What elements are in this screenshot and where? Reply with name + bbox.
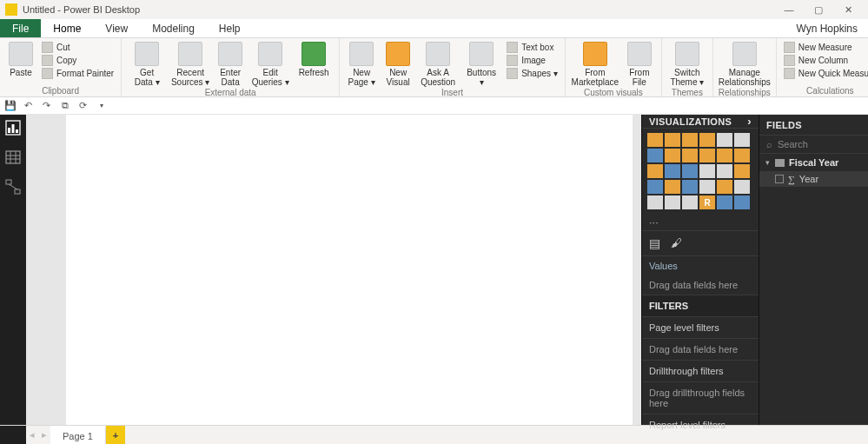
- new-column-button[interactable]: New Column: [780, 54, 868, 67]
- image-button[interactable]: Image: [503, 54, 561, 67]
- viz-stacked-area[interactable]: [682, 149, 698, 162]
- viz-donut[interactable]: [699, 164, 715, 178]
- viz-table[interactable]: [665, 195, 680, 209]
- field-year[interactable]: ∑ Year: [759, 171, 868, 187]
- shapes-button[interactable]: Shapes ▾: [503, 67, 561, 80]
- viz-arcgis[interactable]: [734, 195, 750, 209]
- viz-100-bar[interactable]: [717, 133, 732, 147]
- viz-filled-map[interactable]: [647, 180, 663, 194]
- viz-pie[interactable]: [682, 164, 698, 178]
- fields-title: FIELDS: [766, 120, 802, 130]
- report-view-icon[interactable]: [5, 120, 21, 136]
- viz-multi-card[interactable]: [717, 180, 732, 194]
- viz-more-button[interactable]: ···: [642, 214, 759, 230]
- from-file-icon: [627, 42, 652, 66]
- enter-data-button[interactable]: Enter Data: [212, 40, 248, 87]
- viz-line-stacked-column[interactable]: [699, 149, 715, 162]
- from-marketplace-button[interactable]: From Marketplace: [569, 40, 621, 87]
- paste-button[interactable]: Paste: [3, 40, 38, 77]
- recent-sources-button[interactable]: Recent Sources ▾: [169, 40, 212, 87]
- file-tab[interactable]: File: [0, 19, 41, 37]
- new-visual-button[interactable]: New Visual: [380, 40, 416, 87]
- modeling-tab[interactable]: Modeling: [140, 19, 207, 37]
- format-painter-button[interactable]: Format Painter: [38, 67, 117, 80]
- cut-button[interactable]: Cut: [38, 41, 117, 54]
- viz-ribbon[interactable]: [734, 149, 750, 162]
- viz-waterfall[interactable]: [647, 164, 663, 178]
- buttons-button[interactable]: Buttons ▾: [460, 40, 503, 87]
- qat-undo-icon[interactable]: ↶: [22, 99, 35, 112]
- table-fiscal-year[interactable]: ▾ Fiscal Year: [759, 154, 868, 171]
- from-file-button[interactable]: From File: [621, 40, 658, 87]
- sigma-icon: ∑: [788, 174, 795, 184]
- new-measure-button[interactable]: New Measure: [780, 41, 868, 54]
- viz-treemap[interactable]: [717, 164, 732, 178]
- viz-stacked-column[interactable]: [665, 133, 680, 147]
- qat-redo-icon[interactable]: ↷: [40, 99, 53, 112]
- qat-copy-icon[interactable]: ⧉: [58, 99, 71, 112]
- new-quick-measure-button[interactable]: New Quick Measure: [780, 67, 868, 80]
- viz-stacked-bar[interactable]: [647, 133, 663, 147]
- viz-card[interactable]: [699, 180, 715, 194]
- edit-queries-button[interactable]: Edit Queries ▾: [248, 40, 292, 87]
- page-nav-next[interactable]: ▸: [38, 429, 50, 441]
- manage-relationships-button[interactable]: Manage Relationships: [717, 40, 772, 87]
- add-page-button[interactable]: +: [106, 426, 125, 444]
- svg-rect-2: [12, 124, 15, 133]
- window-minimize-button[interactable]: —: [774, 0, 804, 19]
- data-view-icon[interactable]: [5, 149, 21, 165]
- paste-icon: [9, 42, 33, 66]
- viz-kpi[interactable]: [734, 180, 750, 194]
- format-well-icon[interactable]: 🖌: [671, 236, 682, 250]
- fields-well-icon[interactable]: ▤: [649, 236, 660, 250]
- viz-clustered-column[interactable]: [699, 133, 715, 147]
- viz-clustered-bar[interactable]: [682, 133, 698, 147]
- text-box-button[interactable]: Text box: [503, 41, 561, 54]
- qat-save-icon[interactable]: 💾: [3, 99, 17, 112]
- page-level-filters-label: Page level filters: [642, 317, 759, 339]
- ask-question-button[interactable]: Ask A Question: [416, 40, 460, 87]
- page-tab-1[interactable]: Page 1: [50, 426, 106, 444]
- viz-matrix[interactable]: [682, 195, 698, 209]
- drillthrough-drop-target[interactable]: Drag drillthrough fields here: [642, 382, 759, 414]
- viz-slicer[interactable]: [647, 195, 663, 209]
- page-filters-drop-target[interactable]: Drag data fields here: [642, 339, 759, 361]
- get-data-button[interactable]: Get Data ▾: [125, 40, 169, 87]
- qat-customize-dropdown[interactable]: ▾: [95, 99, 108, 112]
- view-tab[interactable]: View: [93, 19, 140, 37]
- search-placeholder: Search: [778, 139, 808, 149]
- model-view-icon[interactable]: [5, 179, 21, 195]
- switch-theme-button[interactable]: Switch Theme ▾: [666, 40, 709, 87]
- new-page-button[interactable]: New Page ▾: [343, 40, 380, 87]
- copy-button[interactable]: Copy: [38, 54, 117, 67]
- viz-scatter[interactable]: [665, 164, 680, 178]
- ribbon-group-insert: New Page ▾ New Visual Ask A Question But…: [340, 38, 566, 96]
- values-drop-target[interactable]: Drag data fields here: [642, 275, 759, 295]
- window-maximize-button[interactable]: ▢: [804, 0, 833, 19]
- refresh-button[interactable]: Refresh: [292, 40, 335, 77]
- page-nav-prev[interactable]: ◂: [26, 429, 38, 441]
- window-close-button[interactable]: ✕: [833, 0, 863, 19]
- viz-funnel[interactable]: [665, 180, 680, 194]
- viz-py-visual[interactable]: [717, 195, 732, 209]
- svg-rect-9: [6, 180, 11, 184]
- home-tab[interactable]: Home: [41, 19, 93, 37]
- viz-gauge[interactable]: [682, 180, 698, 194]
- recent-sources-icon: [178, 42, 202, 66]
- viz-r-visual[interactable]: R: [699, 195, 715, 209]
- canvas-area[interactable]: [26, 115, 641, 425]
- help-tab[interactable]: Help: [207, 19, 253, 37]
- viz-line[interactable]: [647, 149, 663, 162]
- theme-icon: [675, 42, 699, 66]
- field-checkbox[interactable]: [775, 175, 784, 183]
- viz-100-column[interactable]: [734, 133, 750, 147]
- viz-area[interactable]: [665, 149, 680, 162]
- collapse-viz-pane-icon[interactable]: ›: [747, 115, 752, 128]
- qat-refresh-icon[interactable]: ⟳: [76, 99, 89, 112]
- expand-icon[interactable]: ▾: [765, 158, 771, 167]
- signed-in-user[interactable]: Wyn Hopkins: [785, 19, 868, 37]
- viz-line-clustered-column[interactable]: [717, 149, 732, 162]
- viz-map[interactable]: [734, 164, 750, 178]
- report-canvas[interactable]: [66, 115, 633, 425]
- fields-search[interactable]: ⌕ Search: [759, 136, 868, 154]
